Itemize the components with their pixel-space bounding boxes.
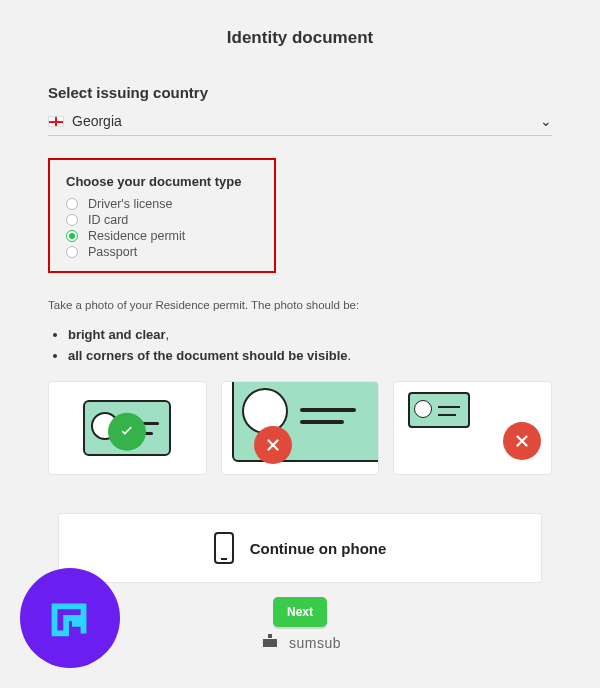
- radio-icon: [66, 230, 78, 242]
- country-select[interactable]: Georgia ⌄: [48, 109, 552, 136]
- provider-badge: sumsub: [259, 632, 341, 654]
- radio-label: ID card: [88, 213, 128, 227]
- instruction-text: Take a photo of your Residence permit. T…: [48, 299, 552, 311]
- radio-icon: [66, 246, 78, 258]
- photo-examples: [48, 381, 552, 475]
- country-name: Georgia: [72, 113, 540, 129]
- radio-residence-permit[interactable]: Residence permit: [66, 229, 258, 243]
- radio-label: Passport: [88, 245, 137, 259]
- radio-label: Residence permit: [88, 229, 185, 243]
- radio-id-card[interactable]: ID card: [66, 213, 258, 227]
- checkmark-icon: [108, 413, 146, 451]
- requirement-item: bright and clear,: [68, 327, 552, 342]
- requirements-list: bright and clear, all corners of the doc…: [68, 327, 552, 363]
- next-button[interactable]: Next: [273, 597, 327, 627]
- cross-icon: [254, 426, 292, 464]
- document-type-group: Choose your document type Driver's licen…: [48, 158, 276, 273]
- radio-icon: [66, 198, 78, 210]
- brand-logo: [20, 568, 120, 668]
- page-title: Identity document: [48, 28, 552, 48]
- continue-label: Continue on phone: [250, 540, 387, 557]
- provider-icon: [259, 632, 281, 654]
- flag-icon: [48, 116, 64, 127]
- cross-icon: [503, 422, 541, 460]
- radio-icon: [66, 214, 78, 226]
- continue-on-phone-button[interactable]: Continue on phone: [58, 513, 542, 583]
- radio-passport[interactable]: Passport: [66, 245, 258, 259]
- radio-drivers-license[interactable]: Driver's license: [66, 197, 258, 211]
- document-type-title: Choose your document type: [66, 174, 258, 189]
- radio-label: Driver's license: [88, 197, 172, 211]
- example-good: [48, 381, 207, 475]
- requirement-item: all corners of the document should be vi…: [68, 348, 552, 363]
- country-section-label: Select issuing country: [48, 84, 552, 101]
- example-bad-small: [393, 381, 552, 475]
- document-illustration: [408, 392, 470, 428]
- example-bad-cropped: [221, 381, 380, 475]
- phone-icon: [214, 532, 234, 564]
- provider-name: sumsub: [289, 635, 341, 651]
- chevron-down-icon: ⌄: [540, 113, 552, 129]
